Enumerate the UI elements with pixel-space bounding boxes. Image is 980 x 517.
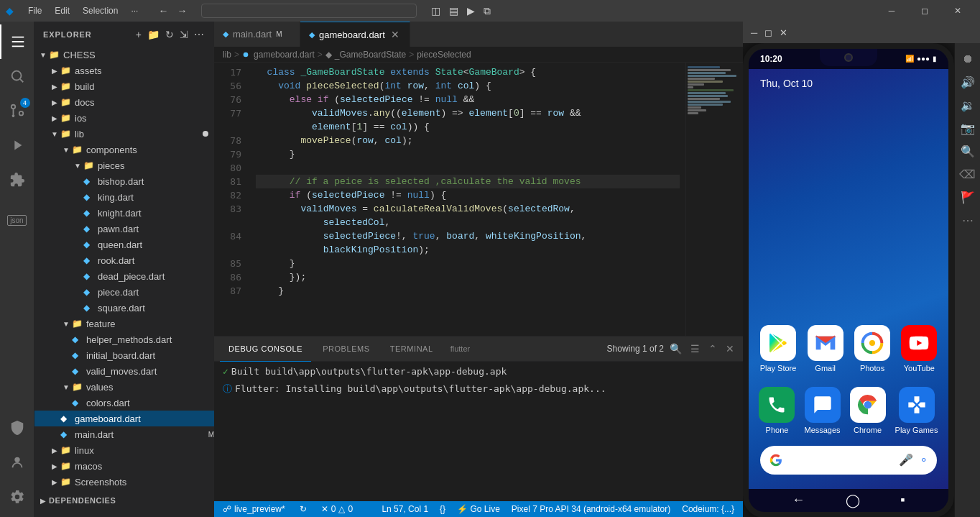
app-photos[interactable]: Photos (851, 322, 893, 375)
menu-more[interactable]: ··· (125, 4, 144, 17)
toggle-panel-icon[interactable]: ▤ (446, 4, 461, 19)
gameboard-dart-tab-close[interactable]: ✕ (389, 29, 401, 40)
tree-feature[interactable]: ▼ 📁 feature (34, 316, 214, 331)
tree-helper-methods[interactable]: ◆ helper_methods.dart (34, 331, 214, 347)
status-device[interactable]: Pixel 7 Pro API 34 (android-x64 emulator… (509, 501, 673, 517)
phone-search-bar[interactable]: 🎤 ⚬ (760, 446, 937, 475)
emu-close-button[interactable]: ✕ (777, 26, 790, 40)
phone-recents-button[interactable]: ▪ (900, 493, 905, 508)
tree-piece-dart[interactable]: ◆ piece.dart (34, 284, 214, 300)
breadcrumb-lib[interactable]: lib (223, 50, 231, 60)
app-chrome[interactable]: Chrome (847, 384, 889, 437)
emu-power-button[interactable]: ⏺ (958, 49, 978, 69)
close-button[interactable]: ✕ (941, 0, 974, 22)
tree-valid-moves[interactable]: ◆ valid_moves.dart (34, 363, 214, 379)
status-errors[interactable]: ✕ 0 △ 0 (318, 501, 356, 517)
status-branch[interactable]: ☍ live_preview* (220, 501, 288, 517)
status-sync[interactable]: ↻ (297, 501, 310, 517)
panel-tab-problems[interactable]: PROBLEMS (314, 337, 379, 362)
breadcrumb-pieceselected[interactable]: pieceSelected (417, 50, 471, 60)
refresh-explorer-button[interactable]: ↻ (164, 27, 175, 42)
panel-filter-button[interactable]: ☰ (688, 342, 703, 356)
activity-run[interactable] (0, 128, 34, 163)
play-icon[interactable]: ▶ (464, 4, 478, 19)
app-gmail[interactable]: Gmail (805, 322, 846, 375)
minimize-button[interactable]: ─ (875, 0, 908, 22)
activity-source-control[interactable]: 4 (0, 93, 34, 128)
app-messages[interactable]: Messages (801, 384, 843, 437)
tree-gameboard-dart[interactable]: ◆ gameboard.dart (34, 411, 214, 426)
new-file-button[interactable]: + (134, 27, 143, 42)
panel-tab-debug-console[interactable]: DEBUG CONSOLE (220, 337, 311, 362)
forward-button[interactable]: → (174, 4, 190, 18)
menu-file[interactable]: File (22, 4, 47, 17)
back-button[interactable]: ← (155, 4, 171, 18)
panel-close-button[interactable]: ✕ (723, 342, 737, 356)
tree-square-dart[interactable]: ◆ square.dart (34, 300, 214, 316)
tree-dead-piece-dart[interactable]: ◆ dead_piece.dart (34, 268, 214, 284)
tree-knight-dart[interactable]: ◆ knight.dart (34, 205, 214, 221)
tree-queen-dart[interactable]: ◆ queen.dart (34, 237, 214, 252)
emu-volume-up-button[interactable]: 🔊 (958, 72, 978, 92)
tree-docs[interactable]: ▶ 📁 docs (34, 94, 214, 110)
activity-remote[interactable] (0, 411, 34, 445)
emu-location-button[interactable]: 🚩 (958, 187, 978, 207)
new-folder-button[interactable]: 📁 (146, 27, 161, 42)
emu-more-button[interactable]: ⋯ (958, 210, 978, 230)
activity-search[interactable] (0, 59, 34, 93)
tree-pieces[interactable]: ▼ 📁 pieces (34, 157, 214, 173)
app-phone[interactable]: Phone (756, 384, 798, 437)
collapse-folders-button[interactable]: ⇲ (178, 27, 190, 42)
breadcrumb-gameboard[interactable]: gameboard.dart (254, 50, 315, 60)
activity-accounts[interactable] (0, 445, 34, 480)
sidebar-more-button[interactable]: ⋯ (193, 27, 205, 42)
panel-collapse-button[interactable]: ⌃ (706, 342, 720, 356)
status-position[interactable]: Ln 57, Col 1 (379, 501, 431, 517)
emu-maximize-button[interactable]: ◻ (762, 26, 775, 40)
app-playstore[interactable]: Play Store (757, 322, 800, 375)
status-codeium[interactable]: Codeium: {...} (679, 501, 737, 517)
split-editor-icon[interactable]: ◫ (428, 4, 443, 19)
tree-screenshots[interactable]: ▶ 📁 Screenshots (34, 474, 214, 490)
activity-json[interactable]: json (0, 203, 34, 237)
panel-search-button[interactable]: 🔍 (667, 342, 685, 356)
tree-bishop-dart[interactable]: ◆ bishop.dart (34, 173, 214, 189)
settings-layout-icon[interactable]: ⧉ (481, 4, 494, 19)
breadcrumb-gameboardstate[interactable]: _GameBoardState (335, 50, 406, 60)
tab-gameboard-dart[interactable]: ◆ gameboard.dart ✕ (300, 22, 410, 47)
status-braces[interactable]: {} (437, 501, 448, 517)
activity-settings[interactable] (0, 480, 34, 514)
tree-components[interactable]: ▼ 📁 components (34, 142, 214, 157)
emu-camera-button[interactable]: 📷 (958, 118, 978, 138)
tab-main-dart[interactable]: ◆ main.dart M (214, 22, 300, 47)
menu-edit[interactable]: Edit (49, 4, 75, 17)
tree-values[interactable]: ▼ 📁 values (34, 379, 214, 395)
app-play-games[interactable]: Play Games (892, 384, 941, 437)
tree-macos[interactable]: ▶ 📁 macos (34, 458, 214, 474)
tree-linux[interactable]: ▶ 📁 linux (34, 442, 214, 458)
code-editor[interactable]: class _GameBoardState extends State<Game… (250, 63, 685, 336)
tree-assets[interactable]: ▶ 📁 assets (34, 63, 214, 78)
tree-main-dart[interactable]: ◆ main.dart M (34, 426, 214, 442)
tree-rook-dart[interactable]: ◆ rook.dart (34, 252, 214, 268)
tree-ios[interactable]: ▶ 📁 ios (34, 110, 214, 126)
emu-volume-down-button[interactable]: 🔉 (958, 95, 978, 115)
tree-dependencies[interactable]: ▶ DEPENDENCIES (34, 493, 214, 508)
tree-initial-board[interactable]: ◆ initial_board.dart (34, 347, 214, 363)
command-search-input[interactable] (201, 4, 417, 18)
tree-build[interactable]: ▶ 📁 build (34, 78, 214, 94)
phone-lens-icon[interactable]: ⚬ (919, 453, 928, 467)
activity-extensions[interactable] (0, 163, 34, 197)
tree-pawn-dart[interactable]: ◆ pawn.dart (34, 221, 214, 237)
tree-colors-dart[interactable]: ◆ colors.dart (34, 395, 214, 411)
tree-root-chess[interactable]: ▼ 📁 CHESS (34, 47, 214, 63)
status-go-live[interactable]: ⚡ Go Live (454, 501, 503, 517)
emu-minimize-button[interactable]: ─ (749, 26, 759, 40)
emu-zoom-button[interactable]: 🔍 (958, 141, 978, 161)
maximize-button[interactable]: ◻ (908, 0, 941, 22)
activity-explorer[interactable] (0, 24, 34, 59)
emu-erase-button[interactable]: ⌫ (958, 164, 978, 184)
phone-mic-icon[interactable]: 🎤 (899, 453, 913, 467)
tree-lib[interactable]: ▼ 📁 lib (34, 126, 214, 142)
phone-home-button[interactable]: ◯ (846, 493, 860, 508)
